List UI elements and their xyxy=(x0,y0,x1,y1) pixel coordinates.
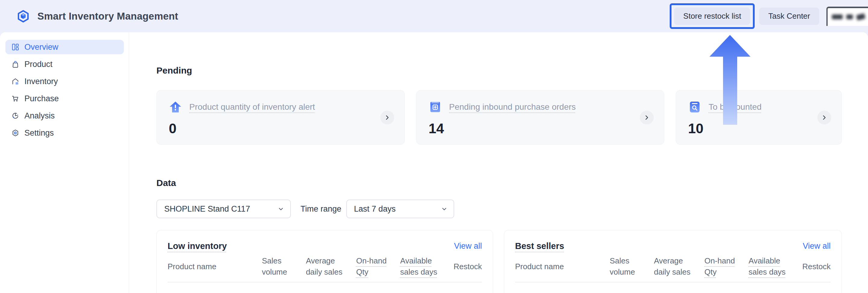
table-head: Low inventory View all xyxy=(167,241,482,251)
store-select-value: SHOPLINE Stand C117 xyxy=(164,204,250,214)
app-header: Smart Inventory Management Store restock… xyxy=(0,0,868,32)
app-logo-icon xyxy=(17,10,30,23)
table-header-row: Product name Sales volume Average daily … xyxy=(515,255,831,283)
pending-card-value: 14 xyxy=(429,120,664,137)
column-header-product-name: Product name xyxy=(167,261,262,272)
stocktake-search-icon xyxy=(688,100,701,114)
sidebar-item-label: Purchase xyxy=(24,94,59,104)
task-center-button[interactable]: Task Center xyxy=(759,7,819,25)
warehouse-icon xyxy=(11,78,19,85)
table-title[interactable]: Low inventory xyxy=(167,241,227,251)
pending-card-top: Product quantity of inventory alert xyxy=(169,100,404,114)
pending-card-top: Pending inbound purchase orders xyxy=(429,100,664,114)
view-all-link[interactable]: View all xyxy=(454,241,482,251)
sidebar-item-analysis[interactable]: Analysis xyxy=(5,109,124,123)
pending-card-inbound-orders[interactable]: Pending inbound purchase orders 14 xyxy=(416,90,664,145)
data-section-title: Data xyxy=(156,178,842,188)
chevron-right-button[interactable] xyxy=(640,111,654,124)
pending-card-label[interactable]: Pending inbound purchase orders xyxy=(449,102,576,112)
pending-card-label[interactable]: To be counted xyxy=(709,102,762,112)
main-content: Pending Product quantity of inventory al… xyxy=(129,32,868,293)
sidebar-item-product[interactable]: Product xyxy=(5,57,124,71)
store-select[interactable]: SHOPLINE Stand C117 xyxy=(156,200,291,218)
view-all-link[interactable]: View all xyxy=(803,241,831,251)
pending-card-inventory-alert[interactable]: Product quantity of inventory alert 0 xyxy=(156,90,405,145)
sidebar-item-settings[interactable]: Settings xyxy=(5,126,124,140)
sidebar-item-overview[interactable]: Overview xyxy=(5,40,124,54)
column-header-on-hand-qty[interactable]: On-hand Qty xyxy=(704,255,749,277)
best-sellers-table: Best sellers View all Product name Sales… xyxy=(504,230,842,293)
inbound-purchase-icon xyxy=(429,100,442,114)
column-header-available-sales-days[interactable]: Available sales days xyxy=(749,255,799,277)
time-range-select[interactable]: Last 7 days xyxy=(346,200,454,218)
sidebar-item-inventory[interactable]: Inventory xyxy=(5,74,124,89)
tables-row: Low inventory View all Product name Sale… xyxy=(156,230,842,293)
redacted-account-widget[interactable] xyxy=(827,7,868,26)
column-header-on-hand-qty[interactable]: On-hand Qty xyxy=(356,255,400,277)
blurred-text-blob xyxy=(856,13,866,21)
pending-card-label[interactable]: Product quantity of inventory alert xyxy=(189,102,315,112)
table-title[interactable]: Best sellers xyxy=(515,241,564,251)
column-header-sales-volume: Sales volume xyxy=(262,255,306,277)
table-header-row: Product name Sales volume Average daily … xyxy=(167,255,482,283)
pending-section-title: Pending xyxy=(156,65,842,76)
shopping-bag-icon xyxy=(11,60,19,68)
store-restock-wrapper: Store restock list xyxy=(674,7,750,25)
blurred-text-blob xyxy=(846,14,853,19)
pending-card-value: 10 xyxy=(688,120,841,137)
column-header-product-name: Product name xyxy=(515,261,610,272)
header-actions: Store restock list Task Center xyxy=(674,0,868,32)
column-header-average-daily-sales: Average daily sales xyxy=(306,255,356,277)
table-head: Best sellers View all xyxy=(515,241,831,251)
store-restock-list-button[interactable]: Store restock list xyxy=(674,7,750,25)
pie-chart-icon xyxy=(11,112,19,120)
sidebar-item-label: Settings xyxy=(24,128,54,138)
sidebar-item-label: Analysis xyxy=(24,111,55,121)
column-header-restock: Restock xyxy=(799,261,831,272)
chevron-down-icon xyxy=(441,206,447,212)
sidebar-item-label: Product xyxy=(24,60,53,69)
pending-card-value: 0 xyxy=(169,120,404,137)
chevron-down-icon xyxy=(278,206,284,212)
column-header-sales-volume: Sales volume xyxy=(610,255,654,277)
column-header-restock: Restock xyxy=(451,261,482,272)
low-inventory-table: Low inventory View all Product name Sale… xyxy=(156,230,493,293)
app-body-panel: Overview Product Inventory xyxy=(0,32,868,293)
sidebar-item-purchase[interactable]: Purchase xyxy=(5,91,124,106)
column-header-available-sales-days[interactable]: Available sales days xyxy=(400,255,451,277)
pending-card-to-be-counted[interactable]: To be counted 10 xyxy=(676,90,842,145)
app-title: Smart Inventory Management xyxy=(37,10,178,22)
blurred-text-blob xyxy=(832,14,843,19)
cart-icon xyxy=(11,95,19,102)
sidebar: Overview Product Inventory xyxy=(0,32,129,293)
settings-icon xyxy=(11,129,19,137)
time-range-value: Last 7 days xyxy=(354,204,396,214)
data-controls: SHOPLINE Stand C117 Time range Last 7 da… xyxy=(156,200,842,218)
chevron-right-button[interactable] xyxy=(380,111,394,124)
time-range-label: Time range xyxy=(301,204,341,214)
column-header-average-daily-sales: Average daily sales xyxy=(654,255,705,277)
dashboard-icon xyxy=(11,43,19,51)
brand: Smart Inventory Management xyxy=(17,10,178,23)
pending-cards: Product quantity of inventory alert 0 xyxy=(156,90,842,145)
inventory-alert-icon xyxy=(169,100,182,114)
sidebar-item-label: Overview xyxy=(24,42,59,52)
pending-card-top: To be counted xyxy=(688,100,841,114)
sidebar-item-label: Inventory xyxy=(24,77,58,86)
chevron-right-button[interactable] xyxy=(817,111,831,124)
